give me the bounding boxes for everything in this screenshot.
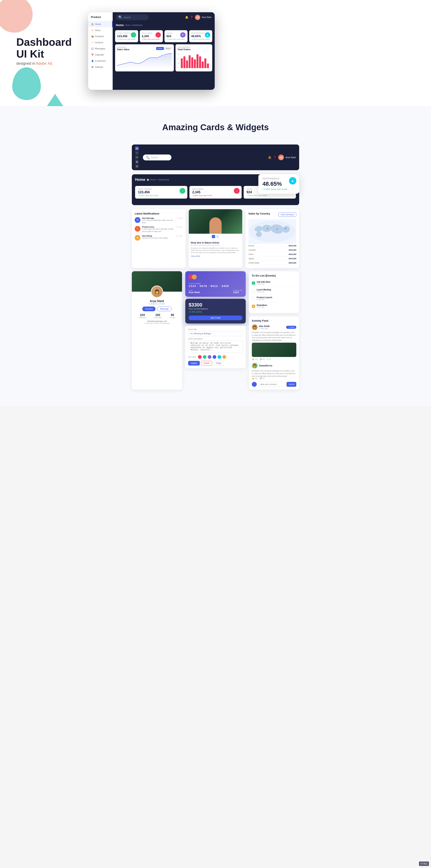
follow-btn-0[interactable]: + Follow [286, 326, 296, 329]
comments-0[interactable]: 💬 33 [260, 358, 265, 360]
country-australia: Australia $203,000 [248, 248, 296, 252]
mini-nav-msg[interactable]: 💬 [135, 164, 139, 168]
article-next-btn[interactable]: › [216, 235, 219, 238]
mini-stat-value-users: 2,345 [192, 190, 239, 194]
sidebar-label-home: Home [95, 23, 101, 25]
mini-search[interactable]: 🔍 Search [143, 155, 172, 160]
cc-expiry-field: EXPIRY DATE 11/23 [233, 289, 242, 293]
todo-name-3: Hackathon [257, 304, 296, 306]
color-dot-blue[interactable] [213, 355, 216, 359]
profile-stat-followers: 224 Followers [138, 313, 147, 318]
article-prev-btn[interactable]: ‹ [212, 235, 215, 238]
todo-check-1[interactable] [252, 289, 255, 292]
mini-nav-box[interactable]: 📦 [135, 156, 139, 159]
shares-0[interactable]: ↗ 12 [267, 358, 271, 360]
tab-week[interactable]: Week [164, 47, 172, 50]
mini-page-title: Home [135, 178, 145, 182]
sidebar-item-invoices[interactable]: 📄 Invoices [88, 39, 113, 45]
comment-input[interactable] [258, 382, 285, 387]
color-dot-purple[interactable] [208, 355, 211, 359]
todo-title: To Do List (Events) [252, 274, 296, 277]
sidebar-title: Product [88, 16, 113, 21]
breadcrumb-sep: › [131, 24, 132, 26]
country-name-australia: Australia [248, 249, 255, 251]
svg-text:20: 20 [178, 58, 179, 60]
event-desc-input[interactable] [188, 340, 243, 353]
todo-text-1: Lunch Meeting 10:30 AM [257, 288, 296, 293]
todo-check-0[interactable]: ✓ [252, 281, 255, 285]
notif-type-0: New Message [142, 217, 175, 219]
widgets-area: 🏠 ✉ 📦 📄 💬 🔍 Search 🔔 ❓ AS Arya Stark [132, 145, 299, 390]
article-link[interactable]: View article [191, 255, 240, 257]
search-bar[interactable]: 🔍 Search [116, 14, 149, 20]
hero-triangle [47, 94, 63, 106]
profile-message-btn[interactable]: Message [157, 307, 172, 311]
event-form: Event Title Event Description Set Color [185, 326, 246, 368]
profile-followers-value: 224 [138, 313, 147, 316]
share-icon-0: ↗ [267, 358, 268, 360]
balance-amount: $3300 [189, 302, 242, 308]
color-dot-cyan[interactable] [218, 355, 221, 359]
sidebar-item-settings[interactable]: ⚙️ Settings [88, 64, 113, 70]
mini-nav-doc[interactable]: 📄 [135, 160, 139, 164]
todo-item-1: Lunch Meeting 10:30 AM [252, 287, 296, 295]
color-dot-green[interactable] [203, 355, 207, 359]
sidebar-item-home[interactable]: 🏠 Home [88, 21, 113, 27]
todo-check-2[interactable] [252, 297, 255, 300]
comments-1[interactable]: 💬 28 [260, 377, 265, 379]
country-russia: Russia $203,000 [248, 244, 296, 248]
country-us: United States $203,000 [248, 261, 296, 265]
svg-text:0: 0 [178, 67, 178, 69]
right-column: To Do List (Events) ✓ Call with Dave 10:… [249, 271, 299, 390]
view-full-report-btn[interactable]: View Full Report [278, 213, 296, 217]
sidebar-item-calendar[interactable]: 📅 Calender [88, 52, 113, 58]
mini-search-icon: 🔍 [146, 156, 150, 159]
add-credit-btn[interactable]: Add Credit [189, 315, 242, 320]
activity-feed: Activity Feed 👩 Alex Smith 2 days ago + … [249, 316, 299, 390]
notif-avatar-bug: ! [135, 226, 141, 231]
stats-grid: TOTAL TRAFFIC 123,456 +3.48% Since last … [113, 28, 215, 44]
mini-help-icon[interactable]: ❓ [273, 156, 277, 159]
todo-check-3[interactable]: ★ [252, 305, 255, 308]
svg-rect-14 [191, 57, 193, 68]
article-excerpt: Excepteur sint occaecat cupidatat non pr… [191, 247, 240, 254]
sidebar-item-messages[interactable]: 💬 Messages [88, 45, 113, 52]
mini-topbar-icons: 🔔 ❓ AS Arya Stark [268, 155, 296, 160]
event-update-btn[interactable]: Update [188, 361, 199, 366]
article-img-face [209, 217, 222, 234]
mini-bc-sep: › [156, 178, 157, 181]
todo-time-2: 11:30 AM [257, 299, 296, 301]
notif-time-1: 2 hrs ago [176, 226, 182, 228]
breadcrumb-home[interactable]: Home [125, 24, 131, 26]
sidebar-label-products: Products [95, 35, 104, 37]
likes-0[interactable]: 👍 150 [252, 358, 258, 360]
hero-title-line1: Dashboard [16, 36, 72, 48]
event-close-btn[interactable]: Close [213, 361, 224, 366]
color-dot-orange[interactable] [222, 355, 226, 359]
likes-1[interactable]: 👍 190 [252, 377, 258, 379]
sidebar-item-inbox[interactable]: ✉ Inbox [88, 27, 113, 33]
tab-month[interactable]: Month [156, 47, 164, 50]
balance-card: $3300 Your Current Balance +3.48% ($300)… [185, 299, 246, 323]
hero-brand: Adobe Xd. [36, 61, 53, 65]
comment-submit-btn[interactable]: Submit [286, 382, 296, 387]
color-dots: Set Color [188, 355, 243, 359]
svg-rect-20 [207, 63, 209, 68]
mini-nav-home[interactable]: 🏠 [135, 147, 139, 150]
todo-time-1: 10:30 AM [257, 291, 296, 293]
event-delete-btn[interactable]: Delete [201, 361, 212, 366]
chart-info-orders: PERFORMANCE Total Orders [178, 46, 191, 51]
event-title-input[interactable] [188, 331, 243, 336]
svg-rect-17 [199, 56, 201, 68]
bell-icon[interactable]: 🔔 [185, 16, 188, 19]
sidebar-item-customers[interactable]: 👤 Customers [88, 58, 113, 64]
breadcrumb-current: Dashboard [132, 24, 142, 26]
profile-connect-btn[interactable]: Connect [142, 307, 155, 311]
sidebar-item-products[interactable]: 📦 Products [88, 33, 113, 39]
mini-nav-mail[interactable]: ✉ [135, 151, 139, 155]
mini-bell-icon[interactable]: 🔔 [268, 156, 271, 159]
color-dot-red[interactable] [198, 355, 202, 359]
activity-avatar-1: 👩 [252, 363, 257, 368]
help-icon[interactable]: ❓ [190, 16, 193, 19]
balance-label: Your Current Balance [189, 308, 242, 310]
